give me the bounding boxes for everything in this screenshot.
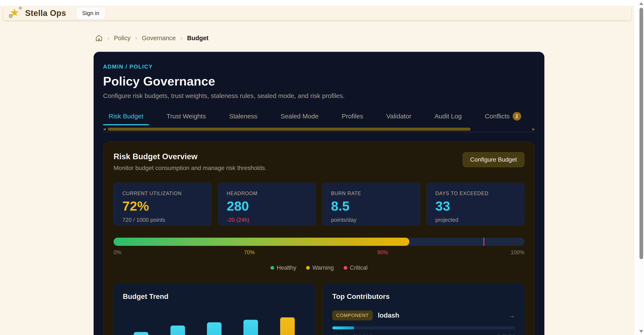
contributor-points: 120 pts (12.0%) — [332, 334, 373, 335]
contributor-delta: +0 (24h) — [494, 334, 515, 335]
chevron-right-icon: › — [180, 35, 182, 42]
policy-governance-panel: ADMIN / POLICY Policy Governance Configu… — [94, 52, 544, 335]
top-contributors-card: Top Contributors COMPONENT lodash → 120 … — [323, 283, 524, 335]
scroll-up-icon[interactable] — [639, 2, 643, 5]
stat-label: HEADROOM — [227, 191, 307, 196]
scroll-down-icon[interactable] — [639, 330, 643, 333]
stella-ops-logo: ⚙ ★ ⚙ — [9, 7, 21, 19]
legend-dot-icon — [306, 266, 310, 270]
contributor-progress-bar — [332, 326, 515, 329]
trend-bar-12/8 — [170, 325, 185, 335]
configure-budget-button[interactable]: Configure Budget — [462, 152, 524, 167]
status-legend: HealthyWarningCritical — [114, 264, 524, 271]
overview-title: Risk Budget Overview — [114, 152, 266, 161]
stat-subtext: points/day — [331, 217, 411, 223]
tabs-horizontal-scrollbar[interactable]: ◀ ▶ — [103, 127, 535, 131]
legend-item-critical: Critical — [344, 264, 368, 271]
tab-badge-count: 2 — [512, 112, 521, 121]
contributor-name: lodash — [378, 311, 508, 319]
stat-label: DAYS TO EXCEEDED — [435, 191, 516, 196]
threshold-label: 90% — [378, 249, 388, 255]
tab-bar: Risk Budget Trust Weights Staleness Seal… — [103, 109, 535, 125]
tab-label: Trust Weights — [166, 113, 206, 120]
home-icon[interactable] — [95, 34, 102, 42]
stat-label: CURRENT UTILIZATION — [122, 191, 203, 196]
tab-profiles[interactable]: Profiles — [336, 109, 369, 125]
chevron-right-icon: › — [107, 35, 109, 42]
stat-cards-row: CURRENT UTILIZATION 72% 720 / 1000 point… — [114, 183, 524, 226]
scroll-left-icon[interactable]: ◀ — [103, 127, 106, 131]
legend-item-warning: Warning — [306, 264, 334, 271]
tab-label: Risk Budget — [108, 113, 144, 120]
budget-utilization-bar — [114, 238, 524, 246]
breadcrumb-link-policy[interactable]: Policy — [114, 35, 130, 42]
breadcrumb: › Policy › Governance › Budget — [95, 34, 208, 42]
tab-risk-budget[interactable]: Risk Budget — [103, 109, 149, 125]
threshold-label: 0% — [114, 249, 121, 255]
contributor-type-badge: COMPONENT — [332, 310, 373, 320]
breadcrumb-current-budget: Budget — [187, 35, 208, 42]
stat-subtext: 720 / 1000 points — [122, 217, 203, 223]
threshold-label: 70% — [244, 249, 254, 255]
tabs-scrollbar-thumb[interactable] — [108, 128, 470, 131]
trend-bar-12/29 — [280, 317, 295, 335]
stat-value: 72% — [122, 199, 203, 213]
tab-staleness[interactable]: Staleness — [224, 109, 263, 125]
top-navigation-bar: ⚙ ★ ⚙ Stella Ops Sign in — [3, 6, 631, 20]
critical-threshold-marker — [484, 238, 484, 246]
star-icon: ★ — [10, 7, 19, 18]
tab-conflicts[interactable]: Conflicts 2 — [479, 109, 527, 125]
legend-dot-icon — [344, 266, 347, 270]
tab-trust-weights[interactable]: Trust Weights — [161, 109, 212, 125]
stat-subtext: projected — [435, 217, 516, 223]
contributor-trend-arrow-icon[interactable]: → — [508, 311, 515, 319]
trend-bar-12/22 — [244, 320, 258, 335]
top-contributors-title: Top Contributors — [332, 292, 515, 301]
gear-icon: ⚙ — [19, 6, 22, 11]
legend-item-healthy: Healthy — [270, 264, 296, 271]
contributor-row[interactable]: COMPONENT lodash → 120 pts (12.0%) +0 (2… — [332, 310, 515, 335]
brand-title: Stella Ops — [25, 9, 66, 18]
tab-label: Audit Log — [434, 113, 462, 120]
threshold-label: 100% — [511, 249, 524, 255]
tab-audit-log[interactable]: Audit Log — [429, 109, 467, 125]
stat-card: CURRENT UTILIZATION 72% 720 / 1000 point… — [114, 183, 212, 226]
stat-value: 280 — [227, 199, 307, 213]
stat-value: 33 — [435, 199, 516, 213]
stat-value: 8.5 — [331, 199, 411, 213]
stat-card: BURN RATE 8.5 points/day — [322, 183, 420, 226]
risk-budget-overview-card: Risk Budget Overview Monitor budget cons… — [103, 142, 535, 335]
top-contributors-list: COMPONENT lodash → 120 pts (12.0%) +0 (2… — [332, 310, 515, 335]
budget-utilization-fill — [114, 238, 409, 246]
budget-trend-card: Budget Trend 12/112/812/1512/2212/29 — [114, 283, 315, 335]
stat-label: BURN RATE — [331, 191, 411, 196]
chevron-right-icon: › — [135, 35, 137, 42]
scroll-right-icon[interactable]: ▶ — [532, 127, 535, 131]
page-title: Policy Governance — [103, 74, 535, 88]
stat-subtext: -20 (24h) — [227, 217, 307, 223]
breadcrumb-link-governance[interactable]: Governance — [142, 35, 176, 42]
tab-label: Sealed Mode — [280, 113, 318, 120]
tab-label: Conflicts — [485, 113, 510, 120]
section-eyebrow: ADMIN / POLICY — [103, 63, 535, 70]
trend-bar-12/1 — [134, 332, 148, 335]
budget-trend-title: Budget Trend — [123, 292, 306, 301]
vertical-scrollbar-thumb[interactable] — [640, 8, 643, 259]
stat-card: DAYS TO EXCEEDED 33 projected — [426, 183, 524, 226]
page-subtitle: Configure risk budgets, trust weights, s… — [103, 92, 535, 100]
tab-sealed-mode[interactable]: Sealed Mode — [275, 109, 324, 125]
tabs-divider — [103, 132, 535, 132]
tab-validator[interactable]: Validator — [381, 109, 417, 125]
budget-trend-chart — [123, 317, 306, 335]
trend-bar-12/15 — [207, 322, 222, 335]
stat-card: HEADROOM 280 -20 (24h) — [218, 183, 316, 226]
browser-vertical-scrollbar[interactable] — [639, 0, 644, 335]
tab-label: Staleness — [229, 113, 258, 120]
tab-label: Profiles — [342, 113, 363, 120]
threshold-labels: 0%70%90%100% — [114, 249, 524, 255]
tab-label: Validator — [386, 113, 411, 120]
overview-subtitle: Monitor budget consumption and manage ri… — [114, 165, 266, 171]
sign-in-button[interactable]: Sign in — [76, 7, 106, 19]
legend-dot-icon — [270, 266, 274, 270]
